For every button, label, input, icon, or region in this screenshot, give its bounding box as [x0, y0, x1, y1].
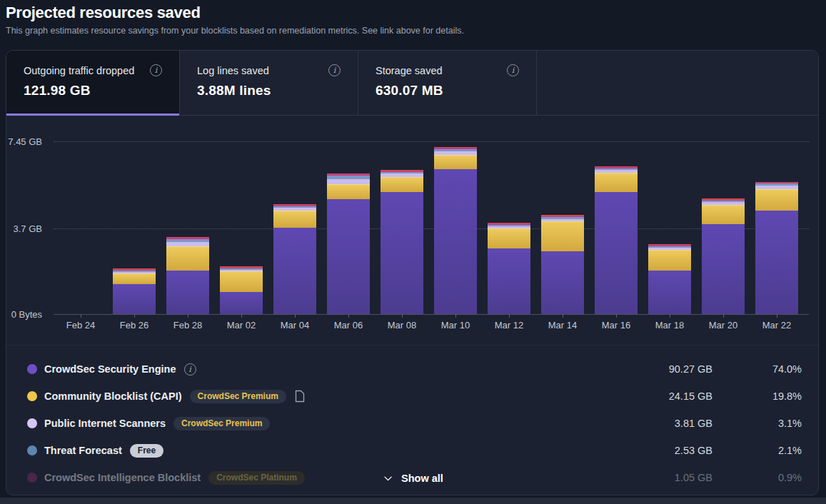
- metric-tabs: Outgoing traffic dropped i 121.98 GB Log…: [6, 51, 818, 116]
- document-icon[interactable]: [295, 390, 305, 403]
- bar-segment: [327, 179, 370, 184]
- x-axis-tick-label: Mar 06: [334, 320, 363, 331]
- tab-label: Storage saved: [376, 65, 443, 76]
- info-icon[interactable]: i: [328, 64, 341, 76]
- x-axis-tick-label: Feb 24: [66, 320, 95, 331]
- x-axis-tick: [723, 314, 724, 318]
- legend-row[interactable]: Public Internet ScannersCrowdSec Premium…: [6, 410, 818, 437]
- legend-item-percentage: 19.8%: [712, 390, 802, 402]
- bar-segment: [488, 248, 530, 314]
- x-axis-tick-label: Mar 20: [709, 320, 737, 331]
- x-axis-tick-label: Mar 16: [602, 320, 630, 331]
- bar-segment: [702, 224, 745, 314]
- legend-color-dot: [27, 445, 37, 455]
- bar-segment: [541, 251, 584, 314]
- tab-row-filler: [537, 51, 818, 115]
- bar-mar-18[interactable]: [648, 244, 691, 314]
- x-axis-tick-label: Mar 02: [227, 320, 256, 331]
- tab-storage-saved[interactable]: Storage saved i 630.07 MB: [358, 51, 537, 115]
- x-axis-tick-label: Mar 12: [495, 320, 523, 331]
- x-axis-tick: [241, 314, 242, 318]
- info-icon[interactable]: i: [150, 64, 162, 76]
- show-all-button[interactable]: Show all: [377, 471, 448, 485]
- legend-color-dot: [27, 418, 37, 428]
- y-axis-tick-label: 3.7 GB: [6, 223, 42, 233]
- tier-badge: CrowdSec Platinum: [208, 471, 305, 485]
- x-axis-tick: [616, 314, 617, 318]
- bar-segment: [113, 273, 156, 284]
- y-axis-tick-label: 0 Bytes: [6, 309, 42, 320]
- legend-item-value: 3.81 GB: [627, 418, 712, 429]
- x-axis-tick: [509, 314, 510, 318]
- x-axis-tick-label: Feb 26: [120, 320, 148, 331]
- page-header: Projected resources saved This graph est…: [6, 4, 820, 36]
- bar-segment: [113, 284, 156, 314]
- x-axis-tick: [563, 314, 563, 318]
- bar-segment: [220, 271, 263, 292]
- bar-mar-20[interactable]: [702, 198, 745, 314]
- bar-feb-28[interactable]: [166, 237, 209, 314]
- bar-segment: [381, 177, 423, 192]
- legend-item-percentage: 3.1%: [712, 418, 802, 429]
- bar-segment: [648, 271, 691, 314]
- resources-saved-panel: Outgoing traffic dropped i 121.98 GB Log…: [6, 50, 819, 495]
- bar-mar-12[interactable]: [488, 223, 530, 314]
- bar-mar-10[interactable]: [434, 147, 477, 314]
- legend-item-label: CrowdSec Intelligence Blocklist: [44, 472, 201, 483]
- tab-value: 121.98 GB: [24, 83, 162, 99]
- info-icon[interactable]: i: [507, 64, 519, 76]
- bar-segment: [166, 271, 209, 314]
- legend-item-label: Community Blocklist (CAPI): [44, 390, 182, 402]
- bar-segment: [488, 228, 530, 248]
- legend-row[interactable]: CrowdSec Security Enginei90.27 GB74.0%: [6, 356, 818, 383]
- x-axis-tick: [455, 314, 456, 318]
- page-title: Projected resources saved: [6, 4, 820, 22]
- x-axis-tick: [402, 314, 403, 318]
- bar-segment: [381, 192, 423, 314]
- bar-segment: [595, 173, 638, 192]
- x-axis-tick: [188, 314, 188, 318]
- next-section-edge: [0, 498, 826, 504]
- bar-segment: [755, 211, 798, 314]
- bar-segment: [595, 192, 638, 314]
- tab-outgoing-traffic-dropped[interactable]: Outgoing traffic dropped i 121.98 GB: [6, 51, 180, 115]
- x-axis-tick-label: Mar 04: [281, 320, 309, 331]
- legend-color-dot: [27, 364, 37, 374]
- bar-segment: [327, 199, 370, 314]
- gridline: [54, 314, 809, 315]
- tier-badge: CrowdSec Premium: [173, 417, 270, 430]
- x-axis-tick: [670, 314, 670, 318]
- info-icon[interactable]: i: [184, 363, 196, 376]
- bar-segment: [541, 221, 584, 251]
- x-axis-tick: [81, 314, 81, 318]
- bar-segment: [273, 211, 316, 228]
- legend-item-label: Threat Forecast: [44, 445, 122, 456]
- x-axis-tick-label: Feb 28: [173, 320, 202, 331]
- bar-mar-14[interactable]: [541, 215, 584, 314]
- legend-item-value: 1.05 GB: [627, 472, 712, 483]
- tab-value: 3.88M lines: [197, 83, 341, 99]
- bar-mar-02[interactable]: [220, 266, 263, 314]
- bar-mar-04[interactable]: [273, 204, 316, 314]
- bar-mar-06[interactable]: [327, 173, 370, 314]
- chevron-down-icon: [381, 472, 394, 485]
- x-axis-tick: [295, 314, 296, 318]
- bar-segment: [273, 228, 316, 314]
- tier-badge: Free: [130, 444, 163, 458]
- bar-segment: [434, 155, 477, 169]
- tab-label: Outgoing traffic dropped: [24, 65, 134, 76]
- legend-row[interactable]: Threat ForecastFree2.53 GB2.1%: [6, 437, 818, 464]
- legend-row[interactable]: Community Blocklist (CAPI)CrowdSec Premi…: [6, 383, 818, 410]
- x-axis-tick: [777, 314, 777, 318]
- bar-mar-16[interactable]: [595, 166, 638, 314]
- legend-item-label: CrowdSec Security Engine: [44, 363, 176, 375]
- gridline: [54, 228, 809, 229]
- tab-log-lines-saved[interactable]: Log lines saved i 3.88M lines: [180, 51, 358, 115]
- bar-mar-22[interactable]: [755, 182, 798, 314]
- y-axis-tick-label: 7.45 GB: [6, 136, 42, 147]
- x-axis-tick: [348, 314, 349, 318]
- bar-segment: [648, 250, 691, 271]
- bar-mar-08[interactable]: [381, 170, 423, 314]
- page-subtitle: This graph estimates resource savings fr…: [6, 26, 820, 36]
- bar-feb-26[interactable]: [113, 268, 156, 314]
